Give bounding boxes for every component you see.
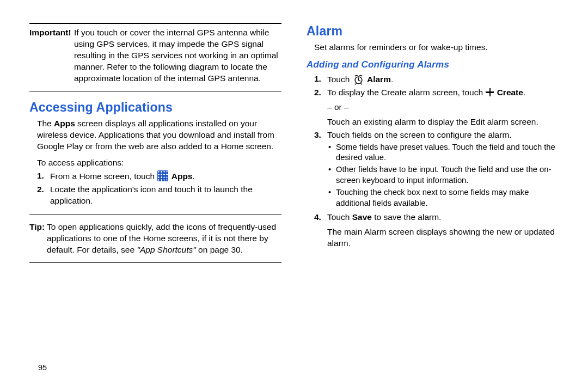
bullet: • [328,164,336,186]
text: Touch fields on the screen to configure … [327,130,512,139]
alarm-clock-icon [353,74,364,85]
list-item: •Touching the check box next to some fie… [328,187,559,209]
list-item: 1. Touch [314,74,559,85]
important-label: Important! [29,27,74,84]
heading-alarm: Alarm [307,23,559,40]
text-bold: Apps [171,171,193,181]
text: – or – [327,102,559,113]
left-column: Important! If you touch or cover the int… [29,23,281,376]
text: The main Alarm screen displays showing t… [327,226,559,249]
tip-block: Tip: To open applications quickly, add t… [29,222,281,256]
bullet-list: •Some fields have preset values. Touch t… [328,142,559,210]
rule [29,23,281,24]
text: To display the Create alarm screen, touc… [327,88,485,97]
text: Touch an existing alarm to display the E… [327,117,559,128]
list-item: 2. To display the Create alarm screen, t… [314,87,559,128]
list-number: 4. [314,212,327,249]
text: . [192,171,194,181]
list-number: 1. [37,170,50,182]
list-body: Touch Save to save the alarm. The main A… [327,212,559,249]
ordered-list: 1. Touch [314,74,559,249]
text: Touch [327,75,352,84]
text: to save the alarm. [372,212,442,222]
important-body: If you touch or cover the internal GPS a… [74,27,281,84]
svg-line-2 [358,80,360,81]
text-bold: Apps [54,119,75,128]
ordered-list: 1. From a Home screen, touch Apps. 2. Lo… [37,170,281,207]
rule [29,91,281,91]
tip-body: To open applications quickly, add the ic… [47,222,281,256]
list-body: From a Home screen, touch Apps. [50,170,281,182]
text: Some fields have preset values. Touch th… [336,142,559,164]
svg-line-4 [361,83,362,84]
text: Touching the check box next to some fiel… [336,187,559,209]
important-block: Important! If you touch or cover the int… [29,27,281,84]
list-body: Touch Alarm. [327,74,559,85]
list-item: 2. Locate the application's icon and tou… [37,184,281,207]
body-text: Set alarms for reminders or for wake-up … [314,42,559,53]
text: . [523,88,525,97]
text-bold: Save [352,212,372,222]
subheading-adding-configuring: Adding and Configuring Alarms [307,59,559,71]
list-number: 1. [314,74,327,85]
text: Other fields have to be input. Touch the… [336,164,559,186]
text: From a Home screen, touch [50,171,157,181]
body-text: The Apps screen displays all application… [37,118,281,152]
cross-ref[interactable]: "App Shortcuts" [137,245,195,254]
tip-label: Tip: [29,222,47,256]
text: . [391,75,393,84]
text: on page 30. [196,245,243,254]
text: The [37,119,54,128]
svg-line-3 [355,83,356,84]
plus-icon [486,88,494,96]
list-number: 2. [314,87,327,128]
list-item: •Some fields have preset values. Touch t… [328,142,559,164]
page: Important! If you touch or cover the int… [0,0,588,392]
list-body: Locate the application's icon and touch … [50,184,281,207]
apps-grid-icon [157,170,168,181]
list-body: To display the Create alarm screen, touc… [327,87,559,128]
list-number: 3. [314,130,327,211]
body-text: To access applications: [37,157,281,169]
text-bold: Create [497,88,523,97]
text: Touch [327,212,352,222]
right-column: Alarm Set alarms for reminders or for wa… [307,23,559,376]
list-number: 2. [37,184,50,207]
page-number: 95 [38,363,47,373]
list-item: 4. Touch Save to save the alarm. The mai… [314,212,559,249]
heading-accessing-applications: Accessing Applications [29,99,281,116]
bullet: • [328,142,336,164]
rule [29,262,281,263]
bullet: • [328,187,336,209]
list-item: •Other fields have to be input. Touch th… [328,164,559,186]
list-item: 1. From a Home screen, touch Apps. [37,170,281,182]
list-body: Touch fields on the screen to configure … [327,130,559,211]
list-item: 3. Touch fields on the screen to configu… [314,130,559,211]
rule [29,215,281,215]
text-bold: Alarm [367,75,391,84]
